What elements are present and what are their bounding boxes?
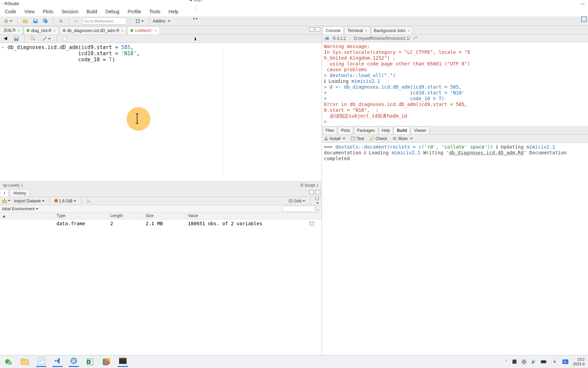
print-button[interactable] [57, 17, 65, 25]
broom-button[interactable] [86, 199, 91, 203]
packages-tab[interactable]: Packages [354, 126, 378, 134]
save-file-button[interactable] [12, 35, 20, 43]
environment-scope-bar: lobal Environment [0, 205, 322, 213]
build-tabstrip: Files Plots Packages Help Build Viewer [322, 126, 588, 135]
tray-network-icon[interactable] [522, 359, 526, 364]
windows-taskbar: R X ˄ ⬛ 🔊 画 du 23:2 2023-0 [0, 355, 588, 368]
scope-selector[interactable]: lobal Environment [2, 206, 38, 211]
vscode-icon[interactable] [52, 357, 63, 367]
save-all-button[interactable] [42, 17, 50, 25]
notebook-button[interactable] [61, 35, 68, 43]
files-tab[interactable]: Files [323, 126, 337, 134]
tray-volume-icon[interactable]: 🔊 [531, 359, 536, 364]
filetype-selector[interactable]: R Script ⇕ [300, 183, 319, 188]
svg-rect-16 [2, 200, 6, 203]
col-type[interactable]: Type [54, 213, 108, 219]
run-button[interactable]: Run [189, 0, 201, 3]
scope-selector[interactable]: op Level) ⇕ [3, 183, 23, 188]
memory-button[interactable]: 1.6 GiB [54, 199, 76, 203]
history-tab[interactable]: History [10, 189, 30, 197]
tray-app-icon[interactable]: 画 [552, 359, 558, 365]
col-value[interactable]: Value [186, 213, 322, 219]
powershell-icon[interactable] [118, 357, 128, 367]
svg-rect-5 [44, 20, 48, 23]
svg-rect-20 [325, 139, 328, 140]
load-button[interactable] [2, 198, 11, 203]
build-output[interactable]: ==> devtools::document(roclets = c('rd',… [322, 143, 588, 355]
menu-view[interactable]: View [24, 9, 34, 16]
project-button[interactable] [581, 16, 587, 22]
notepad-icon[interactable] [36, 357, 46, 367]
tab-file-4[interactable]: Untitled1*× [127, 26, 160, 34]
col-name[interactable]: ▲ [0, 213, 54, 219]
tab-close-icon[interactable]: × [155, 29, 157, 33]
search-icon [314, 207, 318, 211]
help-tab[interactable]: Help [379, 126, 393, 134]
open-button[interactable] [21, 17, 29, 25]
maximize-pane-icon[interactable] [315, 190, 320, 194]
more-button[interactable]: More [392, 136, 412, 141]
rerun-button[interactable] [191, 15, 199, 22]
maximize-pane-icon[interactable] [315, 27, 320, 31]
tray-chevron-icon[interactable]: ˄ [505, 359, 507, 364]
check-button[interactable]: Check [370, 136, 387, 141]
minimize-pane-icon[interactable] [309, 27, 314, 31]
down-arrow-button[interactable]: ⬇ [192, 35, 199, 43]
popout-icon[interactable] [413, 36, 417, 40]
svg-rect-3 [34, 19, 37, 21]
col-size[interactable]: Size [144, 213, 186, 219]
install-button[interactable]: Install [324, 136, 345, 141]
test-icon [351, 136, 355, 141]
clock[interactable]: 23:2 2023-0 [573, 357, 585, 366]
tab-close-icon[interactable]: × [121, 29, 124, 33]
console-output[interactable]: Warning message: In Sys.setlocale(catego… [322, 42, 588, 126]
window-minimize-button[interactable]: — [579, 1, 586, 6]
chrome-icon[interactable] [101, 357, 112, 367]
env-tab-partial[interactable]: t [1, 189, 9, 197]
minimize-pane-icon[interactable] [309, 190, 314, 194]
new-file-button[interactable] [2, 17, 14, 25]
r-file-icon [63, 29, 66, 32]
wechat-icon[interactable] [3, 357, 14, 367]
menu-plots[interactable]: Plots [43, 9, 53, 16]
tab-file-2[interactable]: diag_ckd.R× [23, 26, 59, 34]
test-button[interactable]: Test [351, 136, 364, 141]
view-mode-grid[interactable]: Grid [289, 199, 305, 203]
col-length[interactable]: Length [108, 213, 144, 219]
tab-close-icon[interactable]: × [53, 29, 55, 33]
tray-baidu-icon[interactable]: du [562, 359, 568, 364]
find-button[interactable] [29, 35, 38, 43]
background-jobs-tab[interactable]: Background Jobs× [371, 27, 413, 34]
build-tab[interactable]: Build [394, 126, 410, 134]
working-directory-label[interactable]: D:/myselfR/mimicR/mimiciv2.1/ [354, 36, 410, 41]
tab-close-icon[interactable]: × [18, 29, 20, 33]
editor-statusbar: op Level) ⇕ R Script ⇕ [0, 181, 322, 189]
plots-tab[interactable]: Plots [338, 126, 353, 134]
tab-close-icon[interactable]: × [408, 29, 410, 33]
view-table-icon[interactable] [309, 221, 314, 226]
menu-code[interactable]: Code [5, 9, 16, 16]
build-toolbar: Install Test Check More [322, 135, 588, 143]
console-tab[interactable]: Console [323, 27, 344, 34]
terminal-tab[interactable]: Terminal× [344, 27, 370, 34]
tray-input-icon[interactable]: ⬛ [512, 359, 517, 364]
tab-file-1[interactable]: 后续.R× [1, 26, 23, 34]
svg-text:X: X [87, 360, 90, 364]
table-row[interactable]: data.frame 2 2.1 MB 180651 obs. of 2 var… [0, 219, 322, 228]
import-dataset-button[interactable]: Import Dataset [14, 199, 45, 203]
wand-button[interactable] [40, 35, 52, 43]
excel-icon[interactable]: X [85, 357, 95, 367]
file-explorer-icon[interactable] [20, 357, 30, 367]
viewer-tab[interactable]: Viewer [411, 126, 429, 134]
svg-rect-21 [351, 137, 355, 140]
tray-battery-icon[interactable] [541, 360, 547, 364]
tab-file-3[interactable]: db_diagnoses.icd.dD_adm.R× [60, 26, 127, 34]
rstudio-icon[interactable]: R [69, 357, 79, 367]
svg-rect-26 [21, 360, 29, 365]
refresh-button[interactable] [315, 196, 320, 205]
tab-close-icon[interactable]: × [365, 29, 367, 33]
back-button[interactable]: ⯇ [2, 35, 10, 43]
code-editor[interactable]: - db_diagnoses.icd.dD_adm(icd9.start = 5… [0, 43, 322, 181]
save-button[interactable] [31, 17, 39, 25]
svg-point-25 [8, 361, 12, 365]
